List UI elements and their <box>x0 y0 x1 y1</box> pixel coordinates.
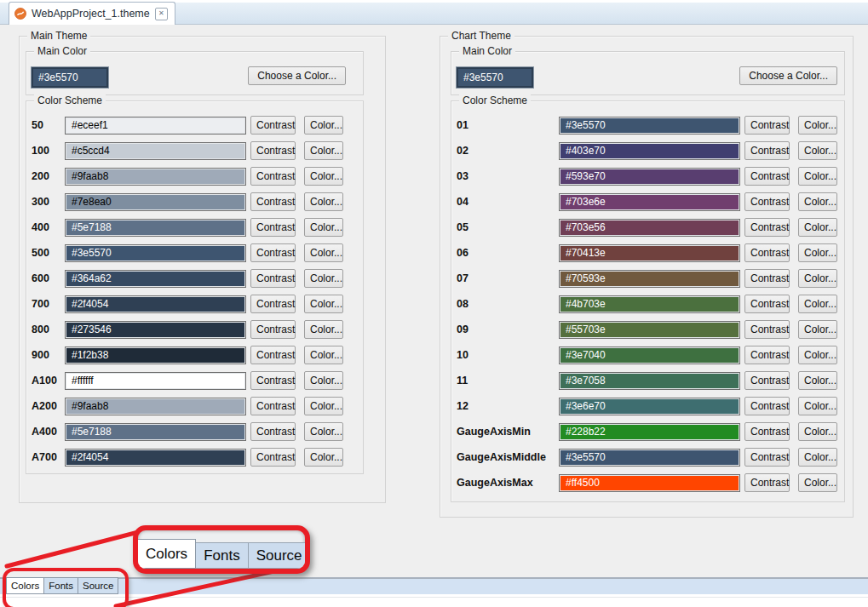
color-swatch-field[interactable]: #2f4054 <box>65 295 246 313</box>
callout-tab-source: Source <box>248 542 310 569</box>
color-swatch-field[interactable]: #55703e <box>559 321 740 339</box>
color-swatch-field[interactable]: #703e56 <box>559 219 740 237</box>
color-picker-button[interactable]: Color... <box>304 116 343 135</box>
color-swatch-field[interactable]: #ffffff <box>65 372 246 390</box>
color-picker-button[interactable]: Color... <box>304 269 343 288</box>
color-swatch-field[interactable]: #ff4500 <box>559 474 740 492</box>
color-picker-button[interactable]: Color... <box>798 218 837 237</box>
color-picker-button[interactable]: Color... <box>798 397 837 415</box>
color-scheme-row: 07#70593eContrastColor... <box>457 266 841 291</box>
close-icon[interactable]: ✕ <box>155 8 168 20</box>
contrast-button[interactable]: Contrast <box>250 422 296 441</box>
contrast-button[interactable]: Contrast <box>744 167 790 186</box>
contrast-button[interactable]: Contrast <box>250 167 296 186</box>
color-swatch-field[interactable]: #703e6e <box>559 193 740 211</box>
color-swatch-field[interactable]: #3e6e70 <box>559 398 740 415</box>
contrast-button[interactable]: Contrast <box>744 448 790 467</box>
color-picker-button[interactable]: Color... <box>304 448 343 467</box>
contrast-button[interactable]: Contrast <box>744 192 790 211</box>
contrast-button[interactable]: Contrast <box>250 295 296 313</box>
page-tab-fonts[interactable]: Fonts <box>43 577 78 594</box>
color-swatch-field[interactable]: #3e7040 <box>559 346 740 364</box>
color-picker-button[interactable]: Color... <box>304 167 343 186</box>
color-swatch-field[interactable]: #c5ccd4 <box>65 142 246 160</box>
contrast-button[interactable]: Contrast <box>250 371 296 390</box>
contrast-button[interactable]: Contrast <box>744 269 790 288</box>
color-picker-button[interactable]: Color... <box>798 448 837 467</box>
color-picker-button[interactable]: Color... <box>798 295 837 313</box>
contrast-button[interactable]: Contrast <box>250 346 296 364</box>
color-picker-button[interactable]: Color... <box>798 116 837 135</box>
color-picker-button[interactable]: Color... <box>304 346 343 364</box>
color-picker-button[interactable]: Color... <box>304 192 343 211</box>
page-tab-colors[interactable]: Colors <box>6 577 44 594</box>
color-swatch-field[interactable]: #593e70 <box>559 168 740 186</box>
color-swatch-field[interactable]: #364a62 <box>65 270 246 288</box>
contrast-button[interactable]: Contrast <box>744 346 790 364</box>
color-picker-button[interactable]: Color... <box>798 192 837 211</box>
color-picker-button[interactable]: Color... <box>304 320 343 339</box>
contrast-button[interactable]: Contrast <box>250 218 296 237</box>
contrast-button[interactable]: Contrast <box>250 243 296 262</box>
contrast-button[interactable]: Contrast <box>250 397 296 415</box>
contrast-button[interactable]: Contrast <box>744 295 790 313</box>
contrast-button[interactable]: Contrast <box>250 448 296 467</box>
contrast-button[interactable]: Contrast <box>250 116 296 135</box>
color-picker-button[interactable]: Color... <box>304 295 343 313</box>
color-swatch-field[interactable]: #9faab8 <box>65 168 246 186</box>
color-swatch-field[interactable]: #273546 <box>65 321 246 339</box>
contrast-button[interactable]: Contrast <box>250 141 296 160</box>
color-swatch-field[interactable]: #7e8ea0 <box>65 193 246 211</box>
contrast-button[interactable]: Contrast <box>744 371 790 390</box>
color-picker-button[interactable]: Color... <box>304 243 343 262</box>
contrast-button[interactable]: Contrast <box>744 320 790 339</box>
contrast-button[interactable]: Contrast <box>744 473 790 492</box>
color-picker-button[interactable]: Color... <box>798 269 837 288</box>
color-swatch-field[interactable]: #5e7188 <box>65 219 246 237</box>
color-picker-button[interactable]: Color... <box>798 346 837 364</box>
color-swatch-field[interactable]: #1f2b38 <box>65 346 246 364</box>
color-picker-button[interactable]: Color... <box>304 218 343 237</box>
color-swatch-field[interactable]: #3e7058 <box>559 372 740 390</box>
color-swatch-field[interactable]: #3e5570 <box>65 244 246 262</box>
color-row-label: GaugeAxisMax <box>457 477 559 489</box>
contrast-button[interactable]: Contrast <box>250 269 296 288</box>
editor-tab-theme-file[interactable]: WebAppProject_1.theme ✕ <box>9 2 175 25</box>
color-swatch-field[interactable]: #5e7188 <box>65 423 246 441</box>
color-picker-button[interactable]: Color... <box>304 371 343 390</box>
color-swatch-field[interactable]: #3e5570 <box>559 117 740 135</box>
color-picker-button[interactable]: Color... <box>304 397 343 415</box>
color-picker-button[interactable]: Color... <box>798 167 837 186</box>
page-tab-source[interactable]: Source <box>78 577 118 594</box>
contrast-button[interactable]: Contrast <box>250 320 296 339</box>
color-swatch-field[interactable]: #403e70 <box>559 142 740 160</box>
color-picker-button[interactable]: Color... <box>304 422 343 441</box>
color-swatch-field[interactable]: #eceef1 <box>65 117 246 135</box>
color-swatch-field[interactable]: #4b703e <box>559 295 740 313</box>
color-picker-button[interactable]: Color... <box>798 243 837 262</box>
color-row-label: 700 <box>32 298 65 310</box>
contrast-button[interactable]: Contrast <box>744 422 790 441</box>
color-swatch-field[interactable]: #70413e <box>559 244 740 262</box>
contrast-button[interactable]: Contrast <box>744 397 790 415</box>
contrast-button[interactable]: Contrast <box>250 192 296 211</box>
color-picker-button[interactable]: Color... <box>798 422 837 441</box>
main-color-swatch-field[interactable]: #3e5570 <box>32 67 108 88</box>
contrast-button[interactable]: Contrast <box>744 243 790 262</box>
color-picker-button[interactable]: Color... <box>798 320 837 339</box>
contrast-button[interactable]: Contrast <box>744 141 790 160</box>
color-swatch-field[interactable]: #70593e <box>559 270 740 288</box>
color-swatch-field[interactable]: #228b22 <box>559 423 740 441</box>
color-swatch-field[interactable]: #9faab8 <box>65 398 246 415</box>
color-swatch-field[interactable]: #2f4054 <box>65 449 246 467</box>
color-picker-button[interactable]: Color... <box>798 473 837 492</box>
color-picker-button[interactable]: Color... <box>798 141 837 160</box>
color-picker-button[interactable]: Color... <box>304 141 343 160</box>
main-color-swatch-field[interactable]: #3e5570 <box>457 67 533 88</box>
color-swatch-field[interactable]: #3e5570 <box>559 449 740 467</box>
choose-color-button[interactable]: Choose a Color... <box>248 66 346 85</box>
choose-color-button[interactable]: Choose a Color... <box>739 66 837 85</box>
color-picker-button[interactable]: Color... <box>798 371 837 390</box>
contrast-button[interactable]: Contrast <box>744 218 790 237</box>
contrast-button[interactable]: Contrast <box>744 116 790 135</box>
